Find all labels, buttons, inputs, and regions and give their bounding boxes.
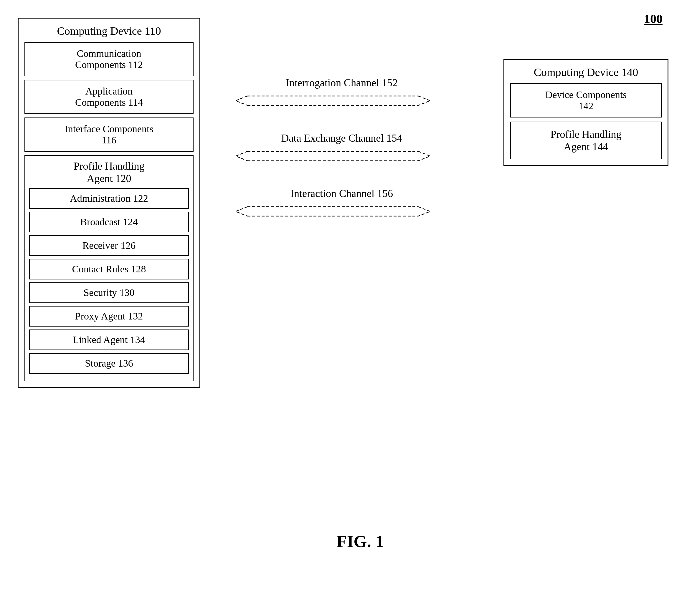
- interrogation-channel-arrow: .dasharrow { stroke: #000; stroke-width:…: [230, 91, 436, 111]
- linked-agent: Linked Agent 134: [29, 330, 189, 350]
- security: Security 130: [29, 282, 189, 303]
- figure-number: 100: [644, 12, 663, 26]
- proxy-agent: Proxy Agent 132: [29, 306, 189, 327]
- computing-device-left: Computing Device 110 CommunicationCompon…: [18, 18, 200, 388]
- data-exchange-channel-label: Data Exchange Channel 154: [230, 132, 454, 144]
- interrogation-channel-label: Interrogation Channel 152: [230, 76, 454, 89]
- interaction-channel-label: Interaction Channel 156: [230, 187, 454, 200]
- right-device-title: Computing Device 140: [510, 66, 662, 79]
- computing-device-right: Computing Device 140 Device Components14…: [503, 59, 668, 166]
- contact-rules: Contact Rules 128: [29, 259, 189, 280]
- broadcast: Broadcast 124: [29, 212, 189, 232]
- profile-handling-title-right: Profile HandlingAgent 144: [517, 128, 655, 153]
- interaction-channel-arrow: [230, 201, 436, 222]
- receiver: Receiver 126: [29, 235, 189, 256]
- device-components: Device Components142: [510, 83, 662, 117]
- left-device-title: Computing Device 110: [24, 24, 194, 37]
- communication-components: CommunicationComponents 112: [24, 42, 194, 76]
- storage: Storage 136: [29, 353, 189, 374]
- profile-handling-agent-right: Profile HandlingAgent 144: [510, 122, 662, 159]
- channels-area: Interrogation Channel 152 .dasharrow { s…: [230, 76, 454, 243]
- profile-handling-agent-left: Profile HandlingAgent 120 Administration…: [24, 155, 194, 381]
- interaction-channel-row: Interaction Channel 156: [230, 187, 454, 222]
- application-components: ApplicationComponents 114: [24, 80, 194, 114]
- profile-handling-title-left: Profile HandlingAgent 120: [29, 160, 189, 184]
- figure-label: FIG. 1: [337, 531, 384, 551]
- interface-components: Interface Components116: [24, 117, 194, 152]
- data-exchange-channel-arrow: [230, 146, 436, 167]
- administration: Administration 122: [29, 188, 189, 209]
- interrogation-channel-row: Interrogation Channel 152 .dasharrow { s…: [230, 76, 454, 111]
- data-exchange-channel-row: Data Exchange Channel 154: [230, 132, 454, 167]
